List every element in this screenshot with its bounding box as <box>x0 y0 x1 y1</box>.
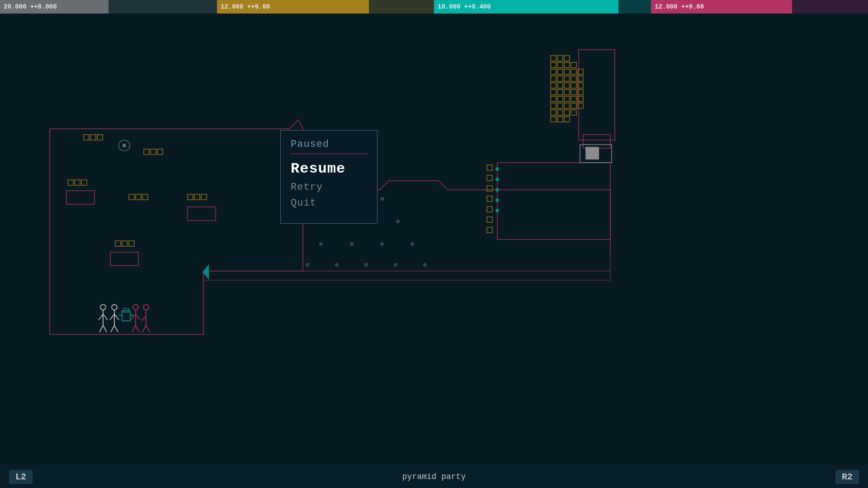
hud-segment-1: 20.000 ++8.000 <box>0 0 217 14</box>
map-name: pyramid party <box>402 472 466 481</box>
retry-button[interactable]: Retry <box>291 182 367 193</box>
hud-segment-4: 12.000 ++9.60 <box>651 0 868 14</box>
hud-score-3: 18.000 ++8.400 <box>438 3 491 10</box>
l2-label[interactable]: L2 <box>9 470 33 484</box>
r2-label[interactable]: R2 <box>835 470 859 484</box>
hud-bar: 20.000 ++8.000 12.000 ++9.60 18.000 ++8.… <box>0 0 868 14</box>
resume-button[interactable]: Resume <box>291 160 367 177</box>
bottom-bar: L2 pyramid party R2 <box>0 465 868 488</box>
hud-segment-2: 12.000 ++9.60 <box>217 0 434 14</box>
hud-score-1: 20.000 ++8.000 <box>4 3 57 10</box>
pause-overlay <box>0 14 868 470</box>
hud-score-4: 12.000 ++9.60 <box>655 3 704 10</box>
hud-segment-3: 18.000 ++8.400 <box>434 0 651 14</box>
pause-title: Paused <box>291 139 367 150</box>
game-canvas: Paused Resume Retry Quit <box>0 14 868 470</box>
quit-button[interactable]: Quit <box>291 197 367 209</box>
hud-score-2: 12.000 ++9.60 <box>221 3 270 10</box>
pause-divider <box>291 154 367 154</box>
pause-menu: Paused Resume Retry Quit <box>280 130 377 224</box>
